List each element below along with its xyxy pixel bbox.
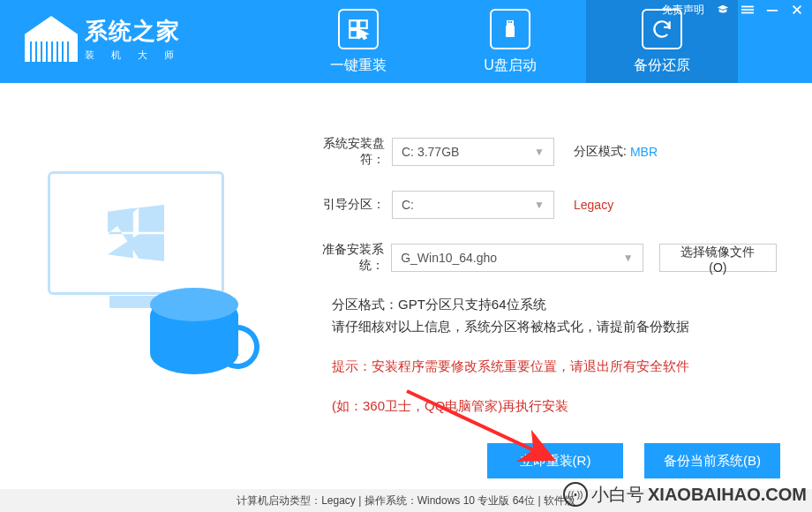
image-label: 准备安装系统： [304,242,384,274]
svg-rect-10 [508,21,510,23]
partition-mode-label: 分区模式: [574,144,627,160]
house-logo-icon [25,16,78,62]
warning-line2: (如：360卫士，QQ电脑管家)再执行安装 [332,398,777,415]
brand-sub: 装 机 大 师 [85,49,181,62]
partition-mode-value: MBR [630,145,658,159]
tab-label: 备份还原 [634,56,690,75]
backup-system-button[interactable]: 备份当前系统(B) [644,443,780,478]
boot-mode-value: Legacy [574,198,613,212]
install-drive-label: 系统安装盘符： [304,136,385,168]
app-logo: 系统之家 装 机 大 师 [25,16,181,62]
windows-logo-icon [108,205,164,261]
chevron-down-icon: ▼ [623,252,634,264]
boot-partition-select[interactable]: C: ▼ [392,191,554,219]
install-drive-value: C: 3.77GB [402,145,459,159]
boot-partition-label: 引导分区： [304,197,385,213]
window-cursor-icon [338,9,379,49]
disclaimer-link[interactable]: 免责声明 [662,3,704,18]
tab-label: 一键重装 [330,56,387,75]
svg-rect-12 [506,26,515,37]
install-now-button[interactable]: 立即重装(R) [487,443,623,478]
svg-rect-9 [507,20,514,26]
svg-rect-1 [741,9,754,11]
svg-rect-0 [741,6,754,8]
warning-line1: 提示：安装程序需要修改系统重要位置，请退出所有安全软件 [332,358,777,375]
close-icon[interactable] [791,4,803,16]
svg-rect-6 [350,20,357,28]
image-value: G_Win10_64.gho [401,251,497,265]
status-boot-type-value: Legacy [321,494,356,507]
tab-label: U盘启动 [484,56,537,75]
note-verify: 请仔细核对以上信息，系统分区将被格式化，请提前备份数据 [332,319,777,335]
watermark: 小白号 XIAOBAIHAO.COM [563,482,807,507]
image-select[interactable]: G_Win10_64.gho ▼ [391,244,643,272]
choose-image-button[interactable]: 选择镜像文件(O) [659,244,777,272]
chevron-down-icon: ▼ [534,146,545,158]
status-os-value: Windows 10 专业版 64位 [417,493,535,508]
chevron-down-icon: ▼ [534,199,545,211]
menu-icon[interactable] [741,4,754,16]
tab-usb-boot[interactable]: U盘启动 [434,0,586,83]
svg-rect-3 [767,10,778,11]
install-drive-select[interactable]: C: 3.77GB ▼ [392,138,554,166]
note-partition-format: 分区格式：GPT分区只支持64位系统 [332,297,777,313]
svg-rect-7 [359,20,367,28]
usb-icon [490,9,530,49]
svg-rect-8 [350,30,357,38]
boot-partition-value: C: [402,198,414,212]
brand-name: 系统之家 [85,16,181,47]
status-boot-type-label: 计算机启动类型： [237,493,321,508]
svg-rect-2 [741,12,754,14]
illustration [35,136,265,489]
svg-rect-11 [511,21,513,23]
minimize-icon[interactable] [766,4,778,16]
disk-restore-icon [150,268,256,374]
wifi-icon [563,482,588,507]
status-os-label: 操作系统： [365,493,417,508]
tab-reinstall[interactable]: 一键重装 [282,0,434,83]
graduation-icon[interactable] [717,4,729,16]
